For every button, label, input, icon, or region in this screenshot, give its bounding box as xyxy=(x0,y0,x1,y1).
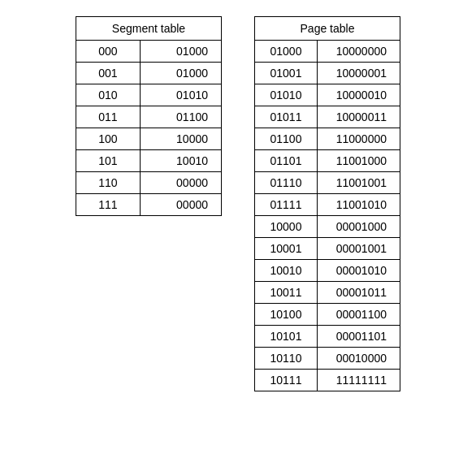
table-row: 01111 11001010 xyxy=(255,194,400,216)
page-id: 10011 xyxy=(255,282,318,304)
page-value: 00001000 xyxy=(317,216,400,238)
table-row: 10110 00010000 xyxy=(255,348,400,370)
table-row: 101 10010 xyxy=(76,150,222,172)
page-value: 10000001 xyxy=(317,63,400,84)
segment-id: 110 xyxy=(76,172,141,194)
table-row: 10100 00001100 xyxy=(255,304,400,326)
page-id: 10000 xyxy=(255,216,318,238)
page-value: 11001010 xyxy=(317,194,400,216)
segment-table-container: Segment table 000 01000 001 01000 010 01… xyxy=(76,16,222,216)
table-row: 10011 00001011 xyxy=(255,282,400,304)
segment-id: 101 xyxy=(76,150,141,172)
page-value: 11000000 xyxy=(317,128,400,150)
page-id: 10111 xyxy=(255,370,318,391)
page-value: 00001100 xyxy=(317,304,400,326)
segment-value: 00000 xyxy=(140,194,221,216)
page-id: 01010 xyxy=(255,84,318,106)
segment-value: 01000 xyxy=(140,41,221,63)
table-row: 001 01000 xyxy=(76,63,222,84)
segment-value: 10000 xyxy=(140,128,221,150)
segment-table-title: Segment table xyxy=(76,17,222,41)
page-id: 01100 xyxy=(255,128,318,150)
page-value: 00001010 xyxy=(317,260,400,282)
page-id: 01101 xyxy=(255,150,318,172)
page-id: 10100 xyxy=(255,304,318,326)
page-id: 10010 xyxy=(255,260,318,282)
table-row: 110 00000 xyxy=(76,172,222,194)
segment-id: 011 xyxy=(76,106,141,128)
page-id: 01000 xyxy=(255,41,318,63)
table-row: 01000 10000000 xyxy=(255,41,400,63)
table-row: 10001 00001001 xyxy=(255,238,400,260)
segment-value: 10010 xyxy=(140,150,221,172)
table-row: 01100 11000000 xyxy=(255,128,400,150)
table-row: 010 01010 xyxy=(76,84,222,106)
table-row: 10010 00001010 xyxy=(255,260,400,282)
table-row: 01010 10000010 xyxy=(255,84,400,106)
page-id: 10001 xyxy=(255,238,318,260)
page-id: 01011 xyxy=(255,106,318,128)
segment-id: 100 xyxy=(76,128,141,150)
table-row: 10101 00001101 xyxy=(255,326,400,348)
table-row: 01001 10000001 xyxy=(255,63,400,84)
page-id: 10101 xyxy=(255,326,318,348)
table-row: 10111 11111111 xyxy=(255,370,400,391)
table-row: 10000 00001000 xyxy=(255,216,400,238)
page-table-container: Page table 01000 10000000 01001 10000001… xyxy=(254,16,400,391)
table-row: 100 10000 xyxy=(76,128,222,150)
page-value: 11001001 xyxy=(317,172,400,194)
page-value: 11111111 xyxy=(317,370,400,391)
segment-table: Segment table 000 01000 001 01000 010 01… xyxy=(76,16,222,216)
page-value: 10000000 xyxy=(317,41,400,63)
table-row: 01011 10000011 xyxy=(255,106,400,128)
page-id: 01110 xyxy=(255,172,318,194)
segment-value: 00000 xyxy=(140,172,221,194)
segment-value: 01010 xyxy=(140,84,221,106)
table-row: 000 01000 xyxy=(76,41,222,63)
segment-id: 111 xyxy=(76,194,141,216)
segment-value: 01000 xyxy=(140,63,221,84)
table-row: 01101 11001000 xyxy=(255,150,400,172)
page-table: Page table 01000 10000000 01001 10000001… xyxy=(254,16,400,391)
table-row: 01110 11001001 xyxy=(255,172,400,194)
page-value: 00001101 xyxy=(317,326,400,348)
table-row: 111 00000 xyxy=(76,194,222,216)
segment-id: 001 xyxy=(76,63,141,84)
page-value: 11001000 xyxy=(317,150,400,172)
page-table-title: Page table xyxy=(255,17,400,41)
page-value: 00001001 xyxy=(317,238,400,260)
segment-id: 010 xyxy=(76,84,141,106)
page-id: 01001 xyxy=(255,63,318,84)
page-value: 10000010 xyxy=(317,84,400,106)
page-value: 10000011 xyxy=(317,106,400,128)
segment-id: 000 xyxy=(76,41,141,63)
segment-value: 01100 xyxy=(140,106,221,128)
table-row: 011 01100 xyxy=(76,106,222,128)
page-id: 10110 xyxy=(255,348,318,370)
page-id: 01111 xyxy=(255,194,318,216)
page-value: 00001011 xyxy=(317,282,400,304)
page-value: 00010000 xyxy=(317,348,400,370)
